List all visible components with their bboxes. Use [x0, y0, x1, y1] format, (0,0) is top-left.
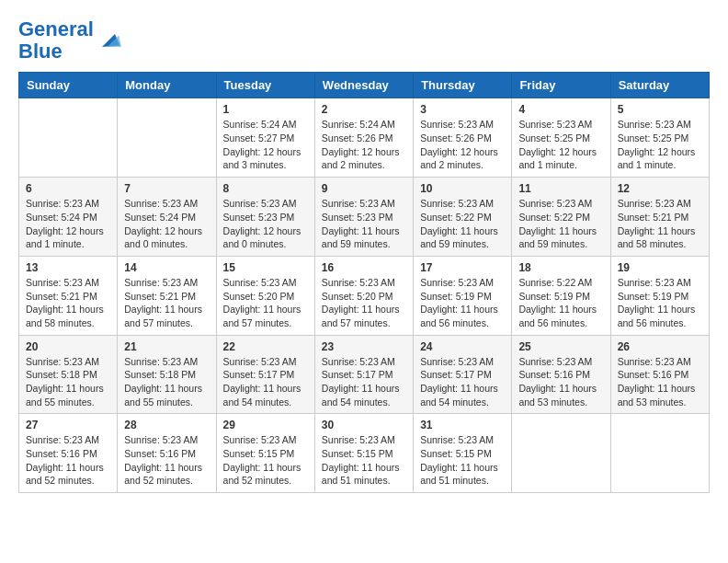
day-number: 29: [223, 419, 308, 431]
day-number: 13: [26, 261, 110, 274]
day-info: Sunrise: 5:23 AM Sunset: 5:16 PM Dayligh…: [26, 433, 110, 488]
day-number: 20: [26, 340, 110, 353]
day-number: 22: [223, 340, 308, 353]
day-info: Sunrise: 5:23 AM Sunset: 5:20 PM Dayligh…: [223, 276, 308, 330]
day-number: 11: [518, 182, 603, 195]
calendar-body: 1Sunrise: 5:24 AM Sunset: 5:27 PM Daylig…: [19, 98, 710, 493]
day-number: 10: [420, 182, 505, 195]
header: General Blue: [18, 18, 710, 63]
day-info: Sunrise: 5:23 AM Sunset: 5:15 PM Dayligh…: [420, 433, 505, 488]
day-cell: 18Sunrise: 5:22 AM Sunset: 5:19 PM Dayli…: [512, 256, 610, 335]
day-info: Sunrise: 5:23 AM Sunset: 5:18 PM Dayligh…: [26, 355, 110, 409]
day-info: Sunrise: 5:23 AM Sunset: 5:17 PM Dayligh…: [223, 355, 308, 409]
day-cell: 20Sunrise: 5:23 AM Sunset: 5:18 PM Dayli…: [19, 335, 118, 414]
day-number: 24: [420, 340, 505, 353]
day-number: 16: [322, 261, 406, 274]
day-info: Sunrise: 5:23 AM Sunset: 5:18 PM Dayligh…: [124, 355, 209, 409]
day-info: Sunrise: 5:23 AM Sunset: 5:20 PM Dayligh…: [322, 276, 406, 330]
week-row-3: 13Sunrise: 5:23 AM Sunset: 5:21 PM Dayli…: [19, 256, 710, 335]
week-row-4: 20Sunrise: 5:23 AM Sunset: 5:18 PM Dayli…: [19, 335, 710, 414]
day-info: Sunrise: 5:23 AM Sunset: 5:17 PM Dayligh…: [322, 355, 406, 409]
day-cell: 11Sunrise: 5:23 AM Sunset: 5:22 PM Dayli…: [512, 178, 610, 257]
day-cell: 31Sunrise: 5:23 AM Sunset: 5:15 PM Dayli…: [414, 414, 512, 493]
day-number: 28: [124, 419, 209, 431]
week-row-2: 6Sunrise: 5:23 AM Sunset: 5:24 PM Daylig…: [19, 178, 710, 257]
day-cell: 25Sunrise: 5:23 AM Sunset: 5:16 PM Dayli…: [512, 335, 610, 414]
day-number: 15: [223, 261, 308, 274]
header-cell-wednesday: Wednesday: [314, 73, 413, 98]
day-number: 9: [322, 182, 406, 195]
day-info: Sunrise: 5:23 AM Sunset: 5:16 PM Dayligh…: [618, 355, 702, 409]
calendar: SundayMondayTuesdayWednesdayThursdayFrid…: [18, 72, 710, 493]
day-number: 1: [223, 103, 308, 116]
logo: General Blue: [18, 18, 121, 63]
day-number: 5: [618, 103, 702, 116]
day-number: 2: [322, 103, 406, 116]
day-cell: 16Sunrise: 5:23 AM Sunset: 5:20 PM Dayli…: [314, 256, 413, 335]
calendar-header: SundayMondayTuesdayWednesdayThursdayFrid…: [19, 73, 710, 98]
day-info: Sunrise: 5:23 AM Sunset: 5:16 PM Dayligh…: [518, 355, 603, 409]
day-cell: 28Sunrise: 5:23 AM Sunset: 5:16 PM Dayli…: [118, 414, 216, 493]
day-cell: 1Sunrise: 5:24 AM Sunset: 5:27 PM Daylig…: [216, 98, 314, 178]
day-info: Sunrise: 5:23 AM Sunset: 5:16 PM Dayligh…: [124, 433, 209, 488]
week-row-1: 1Sunrise: 5:24 AM Sunset: 5:27 PM Daylig…: [19, 98, 710, 178]
day-info: Sunrise: 5:23 AM Sunset: 5:26 PM Dayligh…: [420, 118, 505, 172]
header-cell-tuesday: Tuesday: [216, 73, 314, 98]
day-number: 12: [618, 182, 702, 195]
day-info: Sunrise: 5:23 AM Sunset: 5:21 PM Dayligh…: [26, 276, 110, 330]
day-cell: 30Sunrise: 5:23 AM Sunset: 5:15 PM Dayli…: [314, 414, 413, 493]
day-number: 31: [420, 419, 505, 431]
day-info: Sunrise: 5:23 AM Sunset: 5:21 PM Dayligh…: [124, 276, 209, 330]
day-number: 4: [518, 103, 603, 116]
day-cell: 22Sunrise: 5:23 AM Sunset: 5:17 PM Dayli…: [216, 335, 314, 414]
day-info: Sunrise: 5:23 AM Sunset: 5:15 PM Dayligh…: [223, 433, 308, 488]
day-cell: 12Sunrise: 5:23 AM Sunset: 5:21 PM Dayli…: [610, 178, 709, 257]
day-info: Sunrise: 5:24 AM Sunset: 5:27 PM Dayligh…: [223, 118, 308, 172]
day-number: 17: [420, 261, 505, 274]
day-cell: 14Sunrise: 5:23 AM Sunset: 5:21 PM Dayli…: [118, 256, 216, 335]
week-row-5: 27Sunrise: 5:23 AM Sunset: 5:16 PM Dayli…: [19, 414, 710, 493]
day-cell: 3Sunrise: 5:23 AM Sunset: 5:26 PM Daylig…: [414, 98, 512, 178]
day-info: Sunrise: 5:23 AM Sunset: 5:25 PM Dayligh…: [618, 118, 702, 172]
day-cell: 24Sunrise: 5:23 AM Sunset: 5:17 PM Dayli…: [414, 335, 512, 414]
day-cell: 8Sunrise: 5:23 AM Sunset: 5:23 PM Daylig…: [216, 178, 314, 257]
day-number: 27: [26, 419, 110, 431]
day-cell: 21Sunrise: 5:23 AM Sunset: 5:18 PM Dayli…: [118, 335, 216, 414]
day-cell: 4Sunrise: 5:23 AM Sunset: 5:25 PM Daylig…: [512, 98, 610, 178]
day-info: Sunrise: 5:23 AM Sunset: 5:25 PM Dayligh…: [518, 118, 603, 172]
day-number: 8: [223, 182, 308, 195]
day-cell: 27Sunrise: 5:23 AM Sunset: 5:16 PM Dayli…: [19, 414, 118, 493]
header-cell-thursday: Thursday: [414, 73, 512, 98]
day-number: 3: [420, 103, 505, 116]
day-cell: [610, 414, 709, 493]
header-row: SundayMondayTuesdayWednesdayThursdayFrid…: [19, 73, 710, 98]
day-number: 26: [618, 340, 702, 353]
day-cell: 9Sunrise: 5:23 AM Sunset: 5:23 PM Daylig…: [314, 178, 413, 257]
header-cell-saturday: Saturday: [610, 73, 709, 98]
day-info: Sunrise: 5:23 AM Sunset: 5:19 PM Dayligh…: [618, 276, 702, 330]
day-cell: 7Sunrise: 5:23 AM Sunset: 5:24 PM Daylig…: [118, 178, 216, 257]
day-cell: 13Sunrise: 5:23 AM Sunset: 5:21 PM Dayli…: [19, 256, 118, 335]
day-cell: 26Sunrise: 5:23 AM Sunset: 5:16 PM Dayli…: [610, 335, 709, 414]
day-info: Sunrise: 5:23 AM Sunset: 5:17 PM Dayligh…: [420, 355, 505, 409]
header-cell-sunday: Sunday: [19, 73, 118, 98]
logo-text: General Blue: [18, 18, 94, 63]
day-info: Sunrise: 5:23 AM Sunset: 5:22 PM Dayligh…: [420, 197, 505, 251]
day-info: Sunrise: 5:23 AM Sunset: 5:21 PM Dayligh…: [618, 197, 702, 251]
day-info: Sunrise: 5:23 AM Sunset: 5:15 PM Dayligh…: [322, 433, 406, 488]
day-number: 6: [26, 182, 110, 195]
day-cell: 10Sunrise: 5:23 AM Sunset: 5:22 PM Dayli…: [414, 178, 512, 257]
day-number: 23: [322, 340, 406, 353]
day-number: 21: [124, 340, 209, 353]
day-cell: 2Sunrise: 5:24 AM Sunset: 5:26 PM Daylig…: [314, 98, 413, 178]
day-cell: 6Sunrise: 5:23 AM Sunset: 5:24 PM Daylig…: [19, 178, 118, 257]
day-cell: [118, 98, 216, 178]
logo-icon: [96, 28, 121, 53]
day-cell: 5Sunrise: 5:23 AM Sunset: 5:25 PM Daylig…: [610, 98, 709, 178]
day-info: Sunrise: 5:23 AM Sunset: 5:23 PM Dayligh…: [322, 197, 406, 251]
day-cell: 23Sunrise: 5:23 AM Sunset: 5:17 PM Dayli…: [314, 335, 413, 414]
day-cell: 15Sunrise: 5:23 AM Sunset: 5:20 PM Dayli…: [216, 256, 314, 335]
day-info: Sunrise: 5:23 AM Sunset: 5:24 PM Dayligh…: [26, 197, 110, 251]
day-number: 19: [618, 261, 702, 274]
day-info: Sunrise: 5:23 AM Sunset: 5:24 PM Dayligh…: [124, 197, 209, 251]
